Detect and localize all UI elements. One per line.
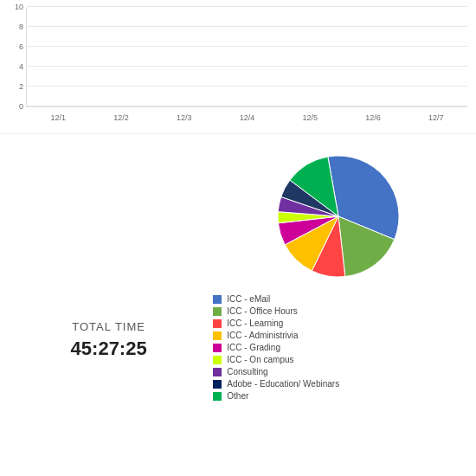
legend-color-0 (213, 295, 222, 304)
legend-color-6 (213, 368, 222, 376)
legend-label-8: Other (227, 391, 248, 401)
total-time-value: 45:27:25 (71, 338, 147, 360)
pie-chart (209, 147, 467, 286)
bar-label-12/4: 12/4 (240, 113, 255, 122)
legend-item-2: ICC - Learning (213, 318, 339, 328)
legend-item-4: ICC - Grading (213, 343, 339, 352)
legend-label-2: ICC - Learning (227, 318, 283, 328)
bar-label-12/7: 12/7 (428, 113, 444, 122)
legend-label-7: Adobe - Education/ Webinars (227, 379, 339, 389)
bar-label-12/3: 12/3 (177, 113, 192, 122)
legend: ICC - eMailICC - Office HoursICC - Learn… (209, 294, 339, 403)
legend-color-3 (213, 331, 222, 340)
right-panel: ICC - eMailICC - Office HoursICC - Learn… (209, 147, 467, 463)
bar-label-12/1: 12/1 (51, 113, 67, 122)
total-time-label: TOTAL TIME (72, 320, 145, 333)
bar-label-12/6: 12/6 (365, 113, 381, 122)
legend-label-6: Consulting (227, 367, 267, 376)
legend-label-5: ICC - On campus (227, 355, 293, 364)
left-panel: TOTAL TIME 45:27:25 (9, 147, 209, 463)
bottom-section: TOTAL TIME 45:27:25 ICC - eMailICC - Off… (0, 134, 476, 476)
legend-label-4: ICC - Grading (227, 343, 280, 352)
bar-chart: 024681012/112/212/312/412/512/612/7 (0, 0, 476, 134)
legend-item-5: ICC - On campus (213, 355, 339, 364)
legend-item-7: Adobe - Education/ Webinars (213, 379, 339, 389)
legend-item-6: Consulting (213, 367, 339, 376)
legend-label-1: ICC - Office Hours (227, 306, 298, 316)
bar-label-12/2: 12/2 (113, 113, 129, 122)
bar-label-12/5: 12/5 (302, 113, 318, 122)
legend-color-7 (213, 380, 222, 389)
legend-item-1: ICC - Office Hours (213, 306, 339, 316)
legend-label-3: ICC - Administrivia (227, 331, 298, 340)
legend-item-0: ICC - eMail (213, 294, 339, 304)
legend-color-5 (213, 356, 222, 364)
legend-label-0: ICC - eMail (227, 294, 270, 304)
legend-item-3: ICC - Administrivia (213, 331, 339, 340)
legend-color-1 (213, 307, 222, 316)
legend-item-8: Other (213, 391, 339, 401)
legend-color-2 (213, 319, 222, 328)
legend-color-4 (213, 344, 222, 352)
legend-color-8 (213, 392, 222, 401)
